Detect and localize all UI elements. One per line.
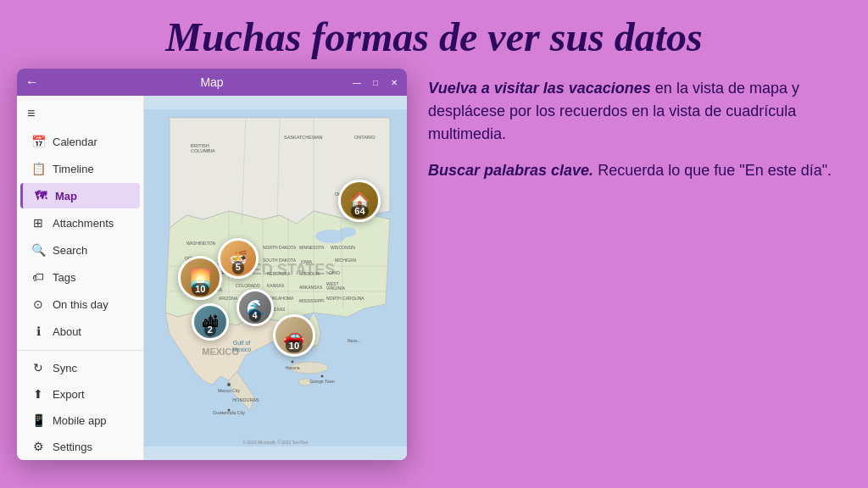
panel-2-normal: Recuerda lo que fue "En este día". bbox=[593, 162, 832, 179]
panel-block-1: Vuelva a visitar las vacaciones en la vi… bbox=[428, 77, 843, 146]
panel-2-bold: Buscar palabras clave. bbox=[428, 162, 593, 179]
sidebar-label-sync: Sync bbox=[53, 362, 77, 374]
sidebar-label-tags: Tags bbox=[53, 271, 75, 284]
sidebar-label-map: Map bbox=[55, 190, 77, 202]
sidebar-label-search: Search bbox=[53, 244, 87, 257]
svg-text:George Town: George Town bbox=[309, 379, 335, 384]
svg-text:OKLAHOMA: OKLAHOMA bbox=[270, 296, 294, 301]
about-icon: ℹ bbox=[31, 324, 46, 338]
cluster-6[interactable]: 🚗 10 bbox=[273, 314, 315, 357]
svg-point-51 bbox=[227, 383, 231, 386]
maximize-button[interactable]: □ bbox=[370, 76, 381, 88]
content-area: ← Map — □ ✕ ≡ 📅 Calendar 📋 Timeline bbox=[0, 69, 868, 460]
sidebar-item-tags[interactable]: 🏷 Tags bbox=[20, 264, 140, 290]
sidebar-label-export: Export bbox=[53, 388, 85, 401]
sidebar-label-calendar: Calendar bbox=[53, 136, 97, 148]
svg-text:© 2022 Microsoft, © 2022 TomTo: © 2022 Microsoft, © 2022 TomTom bbox=[242, 440, 308, 445]
svg-text:MINNESOTA: MINNESOTA bbox=[299, 245, 325, 250]
close-button[interactable]: ✕ bbox=[388, 76, 400, 88]
sidebar-item-map[interactable]: 🗺 Map bbox=[20, 183, 140, 208]
page-title: Muchas formas de ver sus datos bbox=[165, 14, 702, 60]
svg-text:MEXICO: MEXICO bbox=[202, 347, 239, 357]
svg-text:MISSOURI: MISSOURI bbox=[299, 271, 320, 276]
svg-point-2 bbox=[339, 227, 356, 237]
svg-text:ONTARIO: ONTARIO bbox=[354, 135, 376, 140]
svg-point-53 bbox=[321, 375, 324, 378]
svg-text:WASHINGTON: WASHINGTON bbox=[186, 241, 216, 246]
sidebar-item-export[interactable]: ⬆ Export bbox=[20, 381, 140, 407]
mobile-app-icon: 📱 bbox=[31, 413, 46, 427]
sidebar-item-timeline[interactable]: 📋 Timeline bbox=[20, 156, 140, 181]
svg-text:MICHIGAN: MICHIGAN bbox=[335, 258, 356, 263]
export-icon: ⬆ bbox=[31, 387, 46, 401]
svg-text:HONDURAS: HONDURAS bbox=[232, 397, 259, 402]
svg-text:Mexico City: Mexico City bbox=[218, 388, 240, 393]
sidebar-label-about: About bbox=[53, 325, 81, 338]
panel-1-bold: Vuelva a visitar las vacaciones bbox=[428, 80, 651, 97]
sync-icon: ↻ bbox=[31, 361, 46, 374]
back-button[interactable]: ← bbox=[25, 75, 39, 90]
sidebar-bottom: ↻ Sync ⬆ Export 📱 Mobile app ⚙ Settings bbox=[17, 350, 143, 460]
svg-text:ARIZONA: ARIZONA bbox=[219, 296, 238, 301]
svg-text:IOWA: IOWA bbox=[301, 259, 313, 264]
window-title: Map bbox=[200, 75, 223, 89]
svg-text:SOUTH DAKOTA: SOUTH DAKOTA bbox=[263, 258, 297, 263]
sidebar-item-search[interactable]: 🔍 Search bbox=[20, 237, 140, 263]
sidebar-item-settings[interactable]: ⚙ Settings bbox=[20, 434, 140, 459]
settings-icon: ⚙ bbox=[31, 440, 46, 453]
sidebar-label-mobile-app: Mobile app bbox=[53, 414, 107, 427]
svg-text:TEXAS: TEXAS bbox=[271, 307, 286, 312]
svg-text:Gulf of: Gulf of bbox=[233, 340, 251, 346]
sidebar-label-attachments: Attachments bbox=[53, 217, 114, 230]
svg-text:SASKATCHEWAN: SASKATCHEWAN bbox=[284, 135, 323, 140]
sidebar-item-on-this-day[interactable]: ⊙ On this day bbox=[20, 291, 140, 317]
cluster-3[interactable]: 🏙 2 bbox=[192, 303, 229, 341]
svg-text:Havana: Havana bbox=[285, 365, 299, 370]
svg-text:Nass...: Nass... bbox=[348, 338, 361, 343]
sidebar-label-settings: Settings bbox=[53, 441, 92, 453]
svg-point-55 bbox=[292, 361, 294, 363]
sidebar-item-sync[interactable]: ↻ Sync bbox=[20, 355, 140, 380]
tags-icon: 🏷 bbox=[31, 270, 46, 284]
sidebar-label-timeline: Timeline bbox=[53, 163, 94, 175]
on-this-day-icon: ⊙ bbox=[31, 297, 46, 311]
svg-text:KANSAS: KANSAS bbox=[267, 283, 285, 288]
window-titlebar: ← Map — □ ✕ bbox=[17, 69, 407, 96]
sidebar: ≡ 📅 Calendar 📋 Timeline 🗺 Map ⊞ Attachme… bbox=[17, 96, 144, 460]
minimize-button[interactable]: — bbox=[351, 76, 363, 88]
svg-text:NORTH DAKOTA: NORTH DAKOTA bbox=[263, 245, 297, 250]
svg-point-59 bbox=[228, 409, 231, 412]
window-body: ≡ 📅 Calendar 📋 Timeline 🗺 Map ⊞ Attachme… bbox=[17, 96, 407, 460]
svg-text:OHIO: OHIO bbox=[329, 270, 340, 275]
svg-text:NORTH CAROLINA: NORTH CAROLINA bbox=[326, 296, 364, 301]
timeline-icon: 📋 bbox=[31, 162, 46, 175]
app-window: ← Map — □ ✕ ≡ 📅 Calendar 📋 Timeline bbox=[17, 69, 407, 460]
cluster-4[interactable]: 🌊 4 bbox=[236, 289, 274, 326]
svg-text:COLORADO: COLORADO bbox=[236, 283, 260, 288]
hamburger-icon[interactable]: ≡ bbox=[17, 99, 143, 128]
sidebar-item-attachments[interactable]: ⊞ Attachments bbox=[20, 210, 140, 236]
cluster-5[interactable]: 🏠 64 bbox=[338, 180, 381, 222]
attachments-icon: ⊞ bbox=[31, 216, 46, 230]
map-area[interactable]: Gulf of Mexico UNITED STATES MEXICO bbox=[144, 96, 407, 460]
calendar-icon: 📅 bbox=[31, 135, 46, 148]
cluster-2[interactable]: 🍜 5 bbox=[218, 238, 259, 279]
panel-block-2: Buscar palabras clave. Recuerda lo que f… bbox=[428, 159, 843, 182]
svg-text:COLUMBIA: COLUMBIA bbox=[191, 148, 215, 153]
svg-text:ARKANSAS: ARKANSAS bbox=[299, 285, 323, 290]
svg-text:NEBRASKA: NEBRASKA bbox=[267, 271, 291, 276]
sidebar-item-mobile-app[interactable]: 📱 Mobile app bbox=[20, 408, 140, 433]
right-panel: Vuelva a visitar las vacaciones en la vi… bbox=[424, 69, 851, 191]
map-icon: 🗺 bbox=[33, 189, 48, 202]
sidebar-label-on-this-day: On this day bbox=[53, 298, 108, 311]
svg-text:WISCONSIN: WISCONSIN bbox=[331, 245, 355, 250]
search-icon: 🔍 bbox=[31, 243, 46, 257]
sidebar-item-about[interactable]: ℹ About bbox=[20, 319, 140, 344]
svg-text:MISSISSIPPI: MISSISSIPPI bbox=[299, 298, 325, 303]
svg-text:VIRGINIA: VIRGINIA bbox=[326, 286, 346, 291]
sidebar-item-calendar[interactable]: 📅 Calendar bbox=[20, 129, 140, 154]
window-controls: — □ ✕ bbox=[351, 76, 400, 88]
